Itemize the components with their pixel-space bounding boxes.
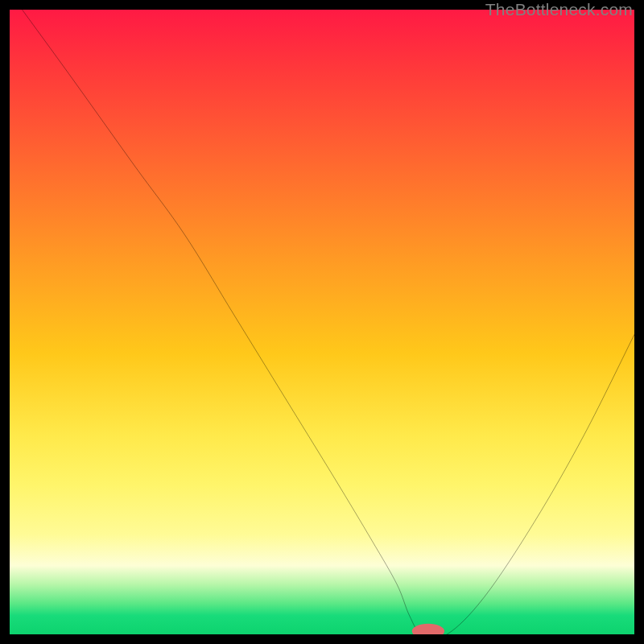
plot-area <box>10 10 634 634</box>
chart-frame: TheBottleneck.com <box>0 0 644 644</box>
svg-point-0 <box>412 624 444 634</box>
optimal-marker <box>10 10 634 634</box>
source-attribution: TheBottleneck.com <box>485 0 633 19</box>
